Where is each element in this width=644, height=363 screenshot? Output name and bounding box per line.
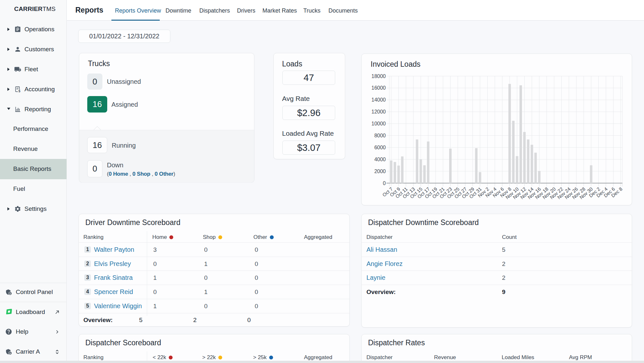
svg-text:14000: 14000 <box>372 97 386 103</box>
svg-text:10000: 10000 <box>372 121 386 126</box>
svg-text:6000: 6000 <box>374 145 386 150</box>
svg-text:16000: 16000 <box>372 85 386 91</box>
svg-text:18000: 18000 <box>372 74 386 79</box>
svg-text:$: $ <box>18 89 20 93</box>
svg-text:2000: 2000 <box>374 169 386 174</box>
svg-text:8000: 8000 <box>374 133 386 138</box>
svg-text:4000: 4000 <box>374 157 386 162</box>
svg-text:12000: 12000 <box>372 109 386 114</box>
svg-text:0: 0 <box>383 181 386 186</box>
